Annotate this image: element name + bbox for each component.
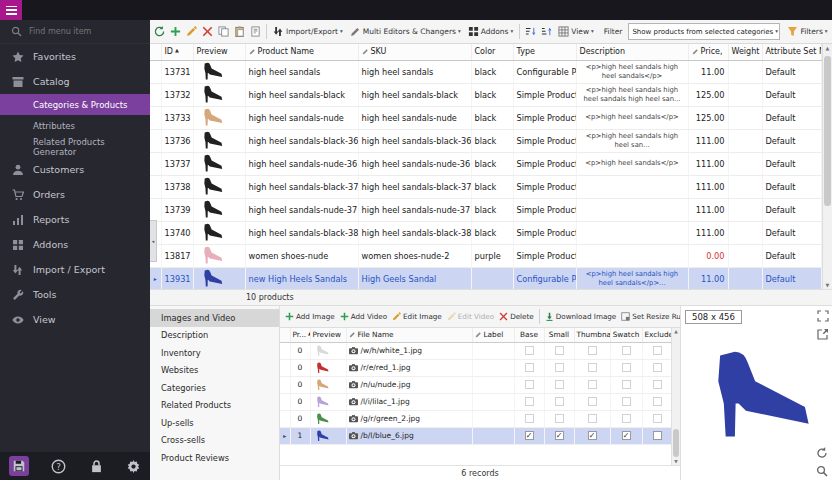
product-row-13737[interactable]: 13737high heel sandals-nude-36high heel …: [150, 152, 821, 175]
paste-button[interactable]: [232, 23, 247, 41]
refresh-button[interactable]: [152, 23, 167, 41]
tab-images-and-video[interactable]: Images and Video: [150, 309, 279, 327]
save-icon[interactable]: [9, 456, 29, 476]
edit-image-button[interactable]: Edit Image: [390, 308, 444, 326]
thumbnail-checkbox[interactable]: ✓: [588, 431, 597, 440]
thumbnail-checkbox[interactable]: [588, 397, 597, 406]
sort-ascending-button[interactable]: [523, 23, 538, 41]
scrollbar-thumb[interactable]: [824, 56, 831, 206]
menu-toggle-button[interactable]: [0, 0, 22, 20]
exclude-checkbox[interactable]: [653, 346, 662, 355]
lock-icon[interactable]: [89, 459, 104, 474]
sidebar-item-addons[interactable]: Addons: [0, 232, 150, 257]
image-row[interactable]: ▸1/b/l/blue_6.jpg✓✓✓✓: [280, 427, 672, 444]
column-header-sku[interactable]: SKU: [358, 44, 471, 60]
small-checkbox[interactable]: [555, 414, 564, 423]
sidebar-search[interactable]: [0, 20, 150, 44]
images-scrollbar[interactable]: ▲ ▼: [671, 328, 680, 465]
small-checkbox[interactable]: [555, 346, 564, 355]
column-header-description[interactable]: Description: [576, 44, 688, 60]
scroll-up-arrow[interactable]: ▲: [674, 329, 677, 334]
sidebar-item-attributes[interactable]: Attributes: [0, 115, 150, 136]
base-checkbox[interactable]: [525, 363, 534, 372]
sidebar-item-catalog[interactable]: Catalog: [0, 69, 150, 94]
base-checkbox[interactable]: [525, 397, 534, 406]
add-product-button[interactable]: [168, 23, 183, 41]
panel-collapse-handle[interactable]: ◂: [150, 220, 157, 262]
column-header-pr[interactable]: Pr...▲: [290, 328, 310, 342]
exclude-checkbox[interactable]: [653, 380, 662, 389]
image-row[interactable]: 0/g/r/green_2.jpg: [280, 410, 672, 427]
swatch-checkbox[interactable]: [622, 414, 631, 423]
thumbnail-checkbox[interactable]: [588, 414, 597, 423]
fullscreen-icon[interactable]: [815, 308, 830, 323]
tab-related-products[interactable]: Related Products: [150, 397, 279, 415]
swatch-checkbox[interactable]: ✓: [622, 431, 631, 440]
swatch-checkbox[interactable]: [622, 380, 631, 389]
column-header-color[interactable]: Color: [471, 44, 513, 60]
product-row-13817[interactable]: 13817women shoes-nudewomen shoes-nude-2p…: [150, 244, 821, 267]
image-row[interactable]: 0/w/h/white_1.jpg: [280, 342, 672, 359]
image-row[interactable]: 0/r/e/red_1.jpg: [280, 359, 672, 376]
export-grid-button[interactable]: [248, 23, 263, 41]
category-filter-select[interactable]: Show products from selected categories▾: [628, 23, 780, 40]
tab-description[interactable]: Description: [150, 327, 279, 345]
column-header-id[interactable]: ID▲: [161, 44, 193, 60]
exclude-checkbox[interactable]: [653, 363, 662, 372]
column-header-preview[interactable]: Preview: [310, 328, 346, 342]
add-video-button[interactable]: Add Video: [338, 308, 389, 326]
column-header-small[interactable]: Small: [544, 328, 574, 342]
sidebar-item-tools[interactable]: Tools: [0, 282, 150, 307]
exclude-checkbox[interactable]: [653, 397, 662, 406]
column-header-type[interactable]: Type: [513, 44, 576, 60]
small-checkbox[interactable]: [555, 380, 564, 389]
swatch-checkbox[interactable]: [622, 346, 631, 355]
rotate-icon[interactable]: [814, 445, 829, 460]
product-row-13733[interactable]: 13733high heel sandals-nudehigh heel san…: [150, 106, 821, 129]
scroll-down-arrow[interactable]: ▼: [826, 282, 830, 288]
column-header-swatch[interactable]: Swatch: [610, 328, 642, 342]
column-header-price[interactable]: Price,: [688, 44, 728, 60]
thumbnail-checkbox[interactable]: [588, 346, 597, 355]
image-row[interactable]: 0/n/u/nude.jpg: [280, 376, 672, 393]
base-checkbox[interactable]: [525, 346, 534, 355]
column-header-thumbna[interactable]: Thumbna: [574, 328, 610, 342]
swatch-checkbox[interactable]: [622, 363, 631, 372]
set-resize-rule-button[interactable]: Set Resize Rule▾: [619, 308, 680, 326]
column-header-exclude[interactable]: Exclude: [642, 328, 672, 342]
thumbnail-checkbox[interactable]: [588, 363, 597, 372]
base-checkbox[interactable]: [525, 414, 534, 423]
help-icon[interactable]: ?: [51, 459, 66, 474]
open-external-icon[interactable]: [815, 326, 830, 341]
product-row-13736[interactable]: 13736high heel sandals-black-36high heel…: [150, 129, 821, 152]
sort-descending-button[interactable]: [539, 23, 554, 41]
column-header-weight[interactable]: Weight: [728, 44, 762, 60]
sidebar-item-customers[interactable]: Customers: [0, 157, 150, 182]
copy-button[interactable]: [216, 23, 231, 41]
scrollbar-thumb[interactable]: [673, 429, 679, 457]
scroll-down-arrow[interactable]: ▼: [674, 459, 677, 464]
small-checkbox[interactable]: ✓: [555, 431, 564, 440]
zoom-icon[interactable]: [814, 463, 829, 478]
sidebar-item-favorites[interactable]: Favorites: [0, 44, 150, 69]
product-row-13740[interactable]: 13740high heel sandals-black-38high heel…: [150, 221, 821, 244]
menu-search-input[interactable]: [29, 27, 139, 36]
sidebar-item-reports[interactable]: Reports: [0, 207, 150, 232]
delete-product-button[interactable]: [200, 23, 215, 41]
thumbnail-checkbox[interactable]: [588, 380, 597, 389]
tab-cross-sells[interactable]: Cross-sells: [150, 432, 279, 450]
download-image-button[interactable]: Download Image: [543, 308, 619, 326]
addons-menu[interactable]: Addons▾: [465, 23, 517, 41]
column-header-preview[interactable]: Preview: [193, 44, 245, 60]
sidebar-item-related-products-generator[interactable]: Related Products Generator: [0, 136, 150, 157]
tab-websites[interactable]: Websites: [150, 362, 279, 380]
exclude-checkbox[interactable]: [653, 431, 662, 440]
tab-up-sells[interactable]: Up-sells: [150, 414, 279, 432]
edit-product-button[interactable]: [184, 23, 199, 41]
scroll-up-arrow[interactable]: ▲: [826, 45, 830, 51]
row-expander[interactable]: ▸: [150, 267, 161, 290]
column-header-base[interactable]: Base: [514, 328, 544, 342]
small-checkbox[interactable]: [555, 397, 564, 406]
column-header-attribute-set-name[interactable]: Attribute Set Name: [762, 44, 821, 60]
exclude-checkbox[interactable]: [653, 414, 662, 423]
